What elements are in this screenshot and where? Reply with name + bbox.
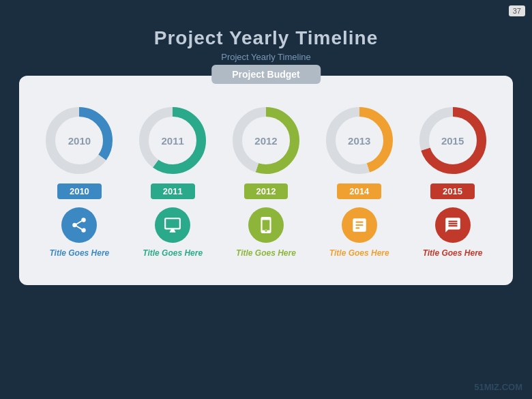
timeline-item-2015: 2015 2015 Title Goes Here xyxy=(415,103,490,258)
donut-wrapper-2013: 2013 xyxy=(322,103,397,178)
icon-circle-2010 xyxy=(61,207,97,243)
donut-year-2012: 2012 xyxy=(254,135,277,147)
year-badge-2012: 2012 xyxy=(244,183,289,199)
header: Project Yearly Timeline Project Yearly T… xyxy=(0,0,532,62)
donut-year-2013: 2013 xyxy=(348,135,370,147)
donut-year-2015: 2015 xyxy=(441,135,464,147)
donut-year-2010: 2010 xyxy=(68,135,91,147)
icon-circle-2015 xyxy=(435,207,471,243)
page-number: 37 xyxy=(509,5,525,16)
title-2013: Title Goes Here xyxy=(329,248,389,258)
title-2015: Title Goes Here xyxy=(423,248,483,258)
icon-circle-2013 xyxy=(342,207,377,243)
icon-circle-2012 xyxy=(248,207,284,243)
title-2011: Title Goes Here xyxy=(143,248,203,258)
donut-wrapper-2011: 2011 xyxy=(135,103,210,178)
year-badge-2011: 2011 xyxy=(151,183,195,199)
donut-wrapper-2010: 2010 xyxy=(42,103,117,178)
timeline-item-2012: 2012 2012 Title Goes Here xyxy=(228,103,304,258)
timeline-item-2013: 2013 2014 Title Goes Here xyxy=(322,103,397,258)
title-2012: Title Goes Here xyxy=(236,248,296,258)
year-badge-2015: 2015 xyxy=(430,183,475,199)
icon-circle-2011 xyxy=(155,207,190,243)
year-badge-2013: 2014 xyxy=(337,183,381,199)
year-badge-2010: 2010 xyxy=(57,183,102,199)
donut-wrapper-2015: 2015 xyxy=(415,103,490,178)
subtitle: Project Yearly Timeline xyxy=(0,52,532,62)
donut-row: 2010 2010 Title Goes Here 2011 2011 Titl… xyxy=(19,76,513,265)
donut-wrapper-2012: 2012 xyxy=(228,103,304,178)
card-label: Project Budget xyxy=(211,65,321,84)
donut-year-2011: 2011 xyxy=(162,135,184,147)
main-title: Project Yearly Timeline xyxy=(0,27,532,49)
timeline-item-2011: 2011 2011 Title Goes Here xyxy=(135,103,210,258)
card: Project Budget 2010 2010 Title Goes Here… xyxy=(19,76,513,285)
timeline-item-2010: 2010 2010 Title Goes Here xyxy=(42,103,117,258)
watermark: 51MIZ.COM xyxy=(474,382,522,392)
title-2010: Title Goes Here xyxy=(49,248,109,258)
